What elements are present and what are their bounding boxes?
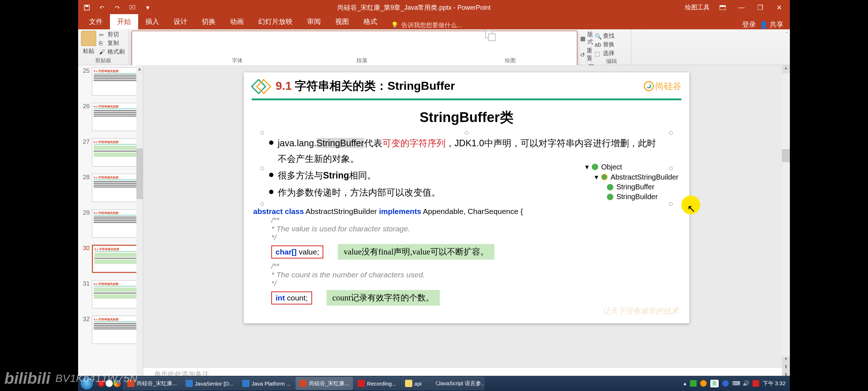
slide-scrollbar[interactable]: ▴ ▾ ⬆ ⬇ [782, 65, 790, 380]
workspace: 25 9.x 字符串相关的类 26 9.x 字符串相关的类 27 9.x 字符串… [78, 65, 790, 380]
select-button[interactable]: ⬚选择 [595, 50, 628, 57]
tab-format[interactable]: 格式 [356, 14, 384, 29]
field2-type: int [276, 294, 285, 302]
contextual-tab-label: 绘图工具 [676, 3, 718, 12]
scrollbar-thumb[interactable] [782, 149, 790, 162]
slide-canvas[interactable]: 9.1 字符串相关的类：StringBuffer 尚硅谷 StringBuffe… [244, 72, 689, 323]
restore-button[interactable]: ❐ [756, 3, 765, 12]
comment2b: * The count is the number of characters … [271, 270, 680, 279]
thumbnail-slide-27[interactable]: 27 9.x 字符串相关的类 [78, 136, 143, 172]
tell-me-box[interactable]: 💡 告诉我您想要做什么... [384, 21, 736, 29]
select-icon: ⬚ [595, 50, 601, 57]
thumbnail-scrollbar[interactable]: ▴ ▾ [136, 65, 143, 380]
class-hierarchy: ▾Object ▾AbstractStringBuilder StringBuf… [585, 161, 678, 202]
copy-label: 复制 [107, 39, 119, 47]
tab-review[interactable]: 审阅 [300, 14, 328, 29]
share-button[interactable]: 👤 共享 [760, 20, 783, 29]
comment2c: */ [271, 279, 680, 288]
thumbnail-panel[interactable]: 25 9.x 字符串相关的类 26 9.x 字符串相关的类 27 9.x 字符串… [78, 65, 143, 380]
group-editing-label: 编辑 [595, 57, 628, 65]
thumbnail-slide-26[interactable]: 26 9.x 字符串相关的类 [78, 101, 143, 136]
brush-icon: 🖌 [99, 49, 106, 55]
tab-transitions[interactable]: 切换 [195, 14, 223, 29]
tray-icon[interactable] [700, 380, 707, 387]
tray-keyboard-icon[interactable]: ⌨ [732, 380, 739, 387]
field1-type: char[] [276, 248, 297, 256]
taskbar-app-label: Recording... [367, 381, 396, 387]
clipboard-icon [81, 31, 96, 46]
thumbnail-slide-31[interactable]: 31 9.x 字符串相关的类 [78, 278, 143, 314]
tray-volume-icon[interactable]: 🔊 [743, 380, 749, 387]
taskbar-app-label: JavaSenior [D... [195, 381, 234, 387]
svg-rect-4 [720, 5, 726, 7]
start-from-beginning-icon[interactable] [128, 3, 137, 12]
final-class-icon [607, 194, 613, 200]
thumbnail-slide-28[interactable]: 28 9.x 字符串相关的类 [78, 172, 143, 207]
taskbar-app-label: 《JavaScript 语言参... [433, 380, 484, 387]
ime-indicator[interactable]: 英 [710, 380, 719, 387]
thumbnail-number: 31 [80, 280, 90, 308]
login-button[interactable]: 登录 [742, 20, 756, 29]
taskbar-item[interactable]: Java Platform ... [238, 377, 295, 390]
close-button[interactable]: ✕ [775, 3, 783, 12]
thumbnail-slide-32[interactable]: 32 9.x 字符串相关的类 [78, 314, 143, 349]
thumbnail-preview: 9.x 字符串相关的类 [92, 245, 139, 273]
taskbar-app-icon [186, 380, 193, 387]
taskbar-item[interactable]: 尚硅谷_宋红康... [295, 377, 353, 390]
thumbnail-number: 29 [80, 209, 90, 237]
taskbar-item[interactable]: api [401, 377, 426, 390]
thumbnail-number: 28 [80, 174, 90, 202]
replace-button[interactable]: ab替换 [595, 41, 628, 49]
find-label: 查找 [603, 32, 614, 40]
minimize-button[interactable]: — [737, 3, 746, 12]
thumbnail-slide-29[interactable]: 29 9.x 字符串相关的类 [78, 207, 143, 243]
ribbon-display-options-icon[interactable] [718, 3, 727, 12]
taskbar-item[interactable]: Recording... [354, 377, 400, 390]
save-icon[interactable] [82, 3, 91, 12]
tab-insert[interactable]: 插入 [138, 14, 166, 29]
taskbar-item[interactable]: 《JavaScript 语言参... [426, 377, 484, 390]
select-label: 选择 [603, 50, 614, 57]
paste-button[interactable]: 粘贴 [81, 31, 96, 55]
scrollbar-thumb[interactable] [136, 148, 143, 199]
tab-home[interactable]: 开始 [110, 14, 138, 29]
bilibili-watermark: bilibili BV1Kb411W75N [4, 369, 137, 387]
tray-expand-icon[interactable]: ▴ [684, 380, 686, 387]
tray-moon-icon[interactable] [722, 380, 729, 387]
taskbar-app-label: Java Platform ... [252, 381, 291, 387]
group-font-label: 字体 [182, 56, 292, 64]
slide-heading: StringBuffer类 [252, 108, 681, 127]
field-value-box: char[] value; [271, 245, 323, 258]
tab-slideshow[interactable]: 幻灯片放映 [251, 14, 300, 29]
tab-design[interactable]: 设计 [166, 14, 195, 29]
tray-icon[interactable] [690, 380, 697, 387]
qat-customize-icon[interactable]: ▾ [143, 3, 152, 12]
bullet1-red: 可变的字符序列 [382, 138, 446, 148]
group-drawing-label: 绘图 [432, 56, 588, 64]
thumbnail-slide-25[interactable]: 25 9.x 字符串相关的类 [78, 65, 143, 101]
format-painter-button[interactable]: 🖌格式刷 [99, 48, 125, 56]
clock[interactable]: 下午 3:32 [763, 380, 786, 387]
thumbnail-slide-30[interactable]: 30 9.x 字符串相关的类 [78, 243, 143, 278]
tab-file[interactable]: 文件 [82, 14, 110, 29]
cut-button[interactable]: ✂剪切 [99, 31, 125, 38]
field-count-box: int count; [271, 291, 312, 304]
class-icon [592, 164, 598, 170]
hier-stringbuilder: StringBuilder [616, 193, 658, 201]
bullet2-pre: 很多方法与 [278, 170, 323, 180]
collapse-ribbon-icon[interactable]: ˆ [786, 31, 788, 38]
thumbnail-number: 32 [80, 316, 90, 344]
title-strong: StringBuffer [387, 79, 455, 92]
tab-view[interactable]: 视图 [328, 14, 356, 29]
tab-animations[interactable]: 动画 [223, 14, 251, 29]
tray-icon[interactable] [753, 380, 759, 387]
windows-taskbar: 尚硅谷_宋红康... JavaSenior [D... Java Platfor… [78, 376, 790, 391]
cut-label: 剪切 [107, 31, 119, 38]
undo-icon[interactable] [98, 3, 106, 12]
taskbar-item[interactable]: JavaSenior [D... [182, 377, 238, 390]
copy-button[interactable]: ⎘复制 [99, 39, 125, 47]
hier-abstract: AbstractStringBuilder [610, 173, 678, 181]
find-button[interactable]: 🔍查找 [595, 32, 628, 40]
redo-icon[interactable] [113, 3, 122, 12]
slide-header: 9.1 字符串相关的类：StringBuffer 尚硅谷 [252, 77, 681, 100]
